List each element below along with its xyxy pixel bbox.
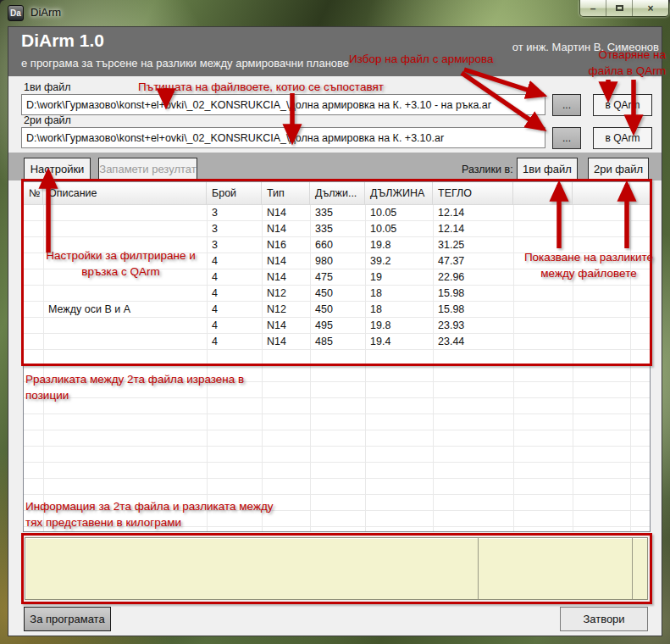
table-header[interactable]: № Описание Брой Тип Дължи... ДЪЛЖИНА ТЕГ… bbox=[24, 182, 650, 205]
summary-panel bbox=[25, 537, 648, 600]
file1-label: 1ви файл bbox=[24, 81, 71, 93]
restore-button[interactable] bbox=[606, 0, 633, 16]
table-row[interactable]: 4N124501815.98 bbox=[24, 286, 650, 302]
close-app-button[interactable]: Затвори bbox=[560, 607, 648, 631]
column-header-length-trunc[interactable]: Дължи... bbox=[310, 182, 365, 204]
diff-file2-button[interactable]: 2ри файл bbox=[588, 158, 649, 180]
column-header-empty[interactable] bbox=[630, 182, 650, 204]
restore-icon bbox=[616, 5, 623, 11]
column-header-count[interactable]: Брой bbox=[207, 182, 262, 204]
file2-path-input[interactable] bbox=[21, 127, 545, 148]
close-button[interactable]: × bbox=[633, 0, 668, 16]
app-icon: Da bbox=[8, 5, 24, 21]
table-row[interactable]: 3N1666019.831.25 bbox=[24, 237, 650, 253]
settings-button[interactable]: Настройки bbox=[24, 158, 91, 180]
column-header-type[interactable]: Тип bbox=[262, 182, 310, 204]
open-file2-qarm-button[interactable]: в QArm bbox=[593, 127, 652, 149]
ellipsis-icon: ... bbox=[562, 132, 571, 144]
app-title: DiArm 1.0 bbox=[21, 31, 104, 51]
column-header-weight[interactable]: ТЕГЛО bbox=[433, 182, 513, 204]
file1-path-input[interactable] bbox=[21, 94, 545, 115]
table-row[interactable]: 3N1433510.0512.14 bbox=[24, 205, 650, 221]
differences-in-label: Разлики в: bbox=[462, 164, 513, 175]
table-body[interactable]: 3N1433510.0512.14 3N1433510.0512.14 3N16… bbox=[24, 205, 650, 532]
about-button[interactable]: За програмата bbox=[24, 607, 111, 631]
file2-label: 2ри файл bbox=[24, 114, 71, 126]
minimize-button[interactable]: – bbox=[580, 0, 606, 16]
browse-file1-button[interactable]: ... bbox=[552, 94, 581, 116]
table-row[interactable]: 4N1498039.247.37 bbox=[24, 253, 650, 269]
window-controls: – × bbox=[579, 0, 669, 17]
column-header-num[interactable]: № bbox=[24, 182, 43, 204]
diff-file1-button[interactable]: 1ви файл bbox=[517, 158, 578, 180]
window-title: DiArm bbox=[30, 6, 61, 19]
close-icon: × bbox=[647, 3, 653, 14]
column-header-length[interactable]: ДЪЛЖИНА bbox=[365, 182, 433, 204]
column-header-description[interactable]: Описание bbox=[43, 182, 207, 204]
author-credit: от инж. Мартин В. Симеонов bbox=[512, 41, 659, 53]
table-row[interactable]: 4N1448519.423.44 bbox=[24, 334, 650, 350]
app-icon-text: Da bbox=[10, 8, 21, 18]
table-row[interactable]: 4N144751922.96 bbox=[24, 269, 650, 286]
ellipsis-icon: ... bbox=[562, 99, 571, 111]
table-row[interactable]: 4N1449519.823.93 bbox=[24, 318, 650, 334]
table-row[interactable]: Между оси В и А4N124501815.98 bbox=[24, 302, 650, 318]
summary-separator bbox=[478, 538, 479, 599]
differences-table[interactable]: № Описание Брой Тип Дължи... ДЪЛЖИНА ТЕГ… bbox=[23, 181, 651, 532]
diarm-window: Da DiArm – × DiArm 1.0 е програма за тър… bbox=[0, 0, 670, 644]
save-result-button[interactable]: Запамети резултат bbox=[98, 158, 197, 180]
summary-separator bbox=[632, 538, 633, 599]
browse-file2-button[interactable]: ... bbox=[552, 127, 581, 149]
table-row[interactable]: 3N1433510.0512.14 bbox=[24, 221, 650, 237]
column-header-empty[interactable] bbox=[513, 182, 573, 204]
app-subtitle: е програма за търсене на разлики между а… bbox=[21, 57, 349, 69]
minimize-icon: – bbox=[590, 3, 596, 14]
column-header-empty[interactable] bbox=[573, 182, 630, 204]
open-file1-qarm-button[interactable]: в QArm bbox=[593, 94, 652, 116]
titlebar[interactable]: Da DiArm – × bbox=[0, 0, 670, 26]
